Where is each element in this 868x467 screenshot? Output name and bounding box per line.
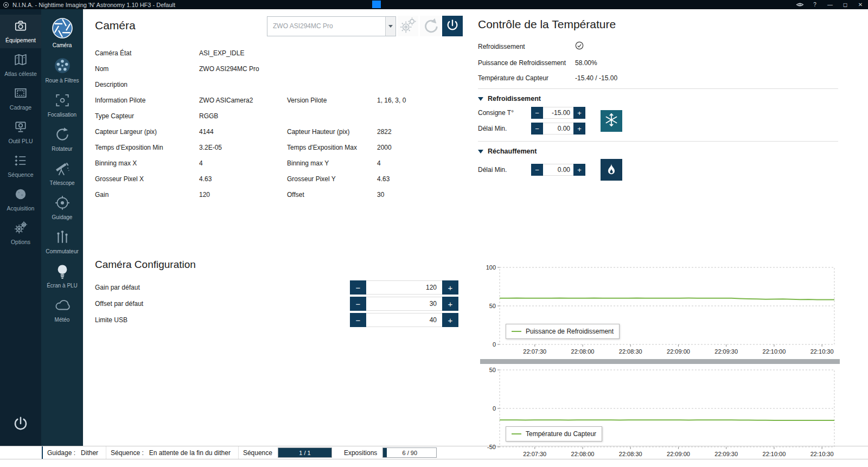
camera-pane: Caméra ZWO ASI294MC Pro [83,9,469,446]
minimize-button[interactable]: — [822,0,838,9]
info-label: Temps d'Exposition Min [95,144,199,151]
equipment-subnav: Caméra Roue à Filtres Focalisation Rotat… [41,9,83,446]
svg-text:22:08:00: 22:08:00 [571,348,595,355]
table-row: Type CapteurRGGB [95,108,469,124]
sidebar-item-options[interactable]: Options [0,216,41,250]
sidebar-item-sequence[interactable]: Séquence [0,149,41,183]
minus-button[interactable]: − [350,313,366,327]
equipment-nav-weather[interactable]: Météo [41,293,83,328]
sky-atlas-icon [14,53,28,68]
section-title: Réchauffement [488,148,537,155]
stepper-value[interactable]: 30 [366,297,442,311]
refresh-icon [422,17,439,36]
subnav-item-label: Écran à PLU [47,283,78,289]
status-value: -15.40 / -15.00 [575,74,868,82]
filter-wheel-icon [54,57,71,75]
equipment-nav-switch[interactable]: Commutateur [41,225,83,259]
svg-text:0: 0 [493,341,496,348]
minus-button[interactable]: − [531,107,543,119]
camera-config-title: Caméra Configuration [95,259,469,271]
sidebar-item-label: Acquisition [7,205,35,212]
plus-button[interactable]: + [442,313,458,327]
sidebar-item-atlas-celeste[interactable]: Atlas céleste [0,48,41,82]
temperature-charts: 05010022:07:3022:08:0022:08:3022:09:0022… [480,264,840,460]
eye-icon[interactable] [792,0,807,9]
info-label: Grosseur Pixel X [95,175,199,183]
minus-button[interactable]: − [350,297,366,311]
camera-disconnect-button[interactable] [442,16,463,36]
start-warming-button[interactable] [601,159,622,181]
svg-text:22:07:30: 22:07:30 [523,348,546,355]
equipment-nav-telescope[interactable]: Télescope [41,157,83,191]
start-cooling-button[interactable] [601,110,622,132]
chevron-down-icon[interactable] [385,17,395,36]
sidebar-item-acquisition[interactable]: Acquisition [0,183,41,216]
equipment-nav-guider[interactable]: Guidage [41,191,83,225]
sequence-progress-bar: 1 / 1 [278,447,332,458]
subnav-item-label: Guidage [52,214,73,220]
plus-button[interactable]: + [573,107,585,119]
warming-section-header[interactable]: Réchauffement [478,144,868,158]
guider-status-value: Dither [81,449,98,457]
equipment-nav-focuser[interactable]: Focalisation [41,88,83,123]
sensor-temperature-chart: -5005022:07:3022:08:0022:08:3022:09:0022… [480,367,840,460]
rescan-devices-button[interactable] [420,16,441,36]
chevron-down-icon [478,97,483,101]
stepper-value[interactable]: -15.00 [543,107,573,119]
minus-button[interactable]: − [531,164,543,176]
svg-text:50: 50 [489,303,496,309]
switch-icon [54,229,71,246]
stepper-value[interactable]: 0.00 [543,123,573,135]
camera-settings-button[interactable] [398,16,418,36]
chart-scrollbar[interactable] [480,359,840,364]
divider [478,88,838,89]
temperature-title: Contrôle de la Température [478,18,868,31]
maximize-button[interactable]: ◻ [838,0,853,9]
equipment-nav-filter-wheel[interactable]: Roue à Filtres [41,53,83,88]
equipment-nav-rotator[interactable]: Rotateur [41,123,83,157]
titlebar-accent [372,1,381,8]
window-title: N.I.N.A. - Nighttime Imaging 'N' Astrono… [12,2,175,8]
cooling-duration-stepper: − 0.00 + [531,123,585,135]
stepper-value[interactable]: 120 [366,280,442,295]
help-button[interactable]: ? [807,0,822,9]
svg-text:100: 100 [486,264,496,271]
info-label: Capteur Largeur (pix) [95,128,199,136]
svg-text:-50: -50 [487,444,496,450]
equipment-nav-camera[interactable]: Caméra [41,14,83,53]
sidebar-item-cadrage[interactable]: Cadrage [0,82,41,116]
guider-status-label: Guidage : [47,449,75,457]
plus-button[interactable]: + [573,164,585,176]
config-label: Limite USB [95,316,350,324]
close-button[interactable]: ✕ [853,0,868,9]
gear-icon [399,17,417,36]
sidebar-item-outil-plu[interactable]: Outil PLU [0,116,41,149]
chart-legend: Puissance de Refroidissement [506,324,620,339]
info-value: 4.63 [377,175,469,183]
exit-power-button[interactable] [12,415,29,432]
sidebar-item-label: Options [11,239,30,245]
info-label [287,65,377,73]
light-bulb-icon [54,263,71,280]
plus-button[interactable]: + [442,280,458,295]
equipment-nav-flat-panel[interactable]: Écran à PLU [41,259,83,293]
plus-button[interactable]: + [573,123,585,135]
sidebar-item-equipement[interactable]: Équipement [0,15,41,48]
config-label: Gain par défaut [95,284,350,291]
plus-button[interactable]: + [442,297,458,311]
minus-button[interactable]: − [350,280,366,295]
svg-text:22:10:30: 22:10:30 [810,451,834,457]
camera-device-select[interactable]: ZWO ASI294MC Pro [267,16,396,36]
options-gears-icon [14,221,28,236]
minus-button[interactable]: − [531,123,543,135]
legend-line-swatch [512,433,521,434]
min-duration-label: Délai Min. [478,125,531,132]
stepper-value[interactable]: 0.00 [543,164,573,176]
config-row: Offset par défaut − 30 + [95,296,469,312]
sidebar-item-label: Outil PLU [9,138,33,144]
setpoint-label: Consigne T° [478,109,531,117]
cooling-section-header[interactable]: Refroidissement [478,92,868,105]
stepper-value[interactable]: 40 [366,313,442,327]
usb-limit-stepper: − 40 + [350,313,458,327]
progress-text: 6 / 90 [383,448,436,457]
